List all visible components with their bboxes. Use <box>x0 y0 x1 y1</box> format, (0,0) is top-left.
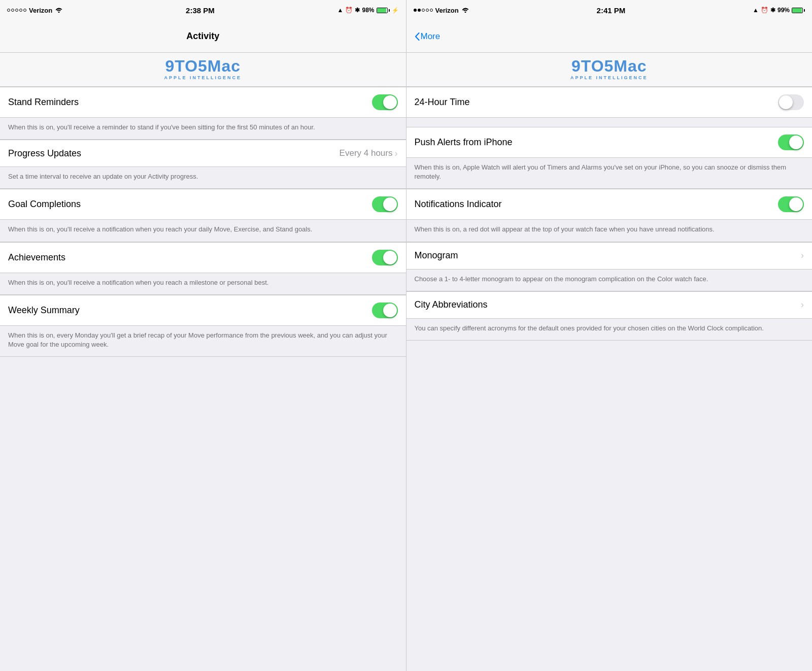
monogram-label: Monogram <box>415 250 458 261</box>
progress-chevron-icon: › <box>395 148 398 159</box>
city-abbreviations-row[interactable]: City Abbreviations › <box>407 291 813 319</box>
stand-reminders-toggle[interactable] <box>372 94 398 110</box>
24-hour-time-knob <box>779 95 793 109</box>
achievements-row[interactable]: Achievements <box>0 242 406 273</box>
weekly-summary-knob <box>383 304 397 317</box>
left-lightning-icon: ⚡ <box>392 7 399 14</box>
left-battery <box>377 8 390 13</box>
left-nav-title: Activity <box>186 31 219 42</box>
right-status-left: Verizon <box>414 7 469 14</box>
city-abbreviations-desc: You can specify different acronyms for t… <box>407 319 813 341</box>
left-alarm-icon: ⏰ <box>345 7 353 14</box>
push-alerts-toggle[interactable] <box>778 135 804 150</box>
signal-dot-5 <box>23 9 26 12</box>
right-status-right: ▲ ⏰ ✱ 99% <box>753 7 805 14</box>
achievements-knob <box>383 251 397 264</box>
signal-dot-1 <box>7 9 10 12</box>
city-abbreviations-label: City Abbreviations <box>415 299 488 310</box>
right-location-icon: ▲ <box>753 7 759 14</box>
progress-updates-row[interactable]: Progress Updates Every 4 hours › <box>0 140 406 167</box>
monogram-row[interactable]: Monogram › <box>407 242 813 270</box>
left-logo-sub: APPLE INTELLIGENCE <box>164 75 242 80</box>
notifications-indicator-knob <box>789 197 803 211</box>
24-hour-time-row[interactable]: 24-Hour Time <box>407 87 813 118</box>
stand-reminders-desc: When this is on, you'll receive a remind… <box>0 118 406 140</box>
weekly-summary-toggle[interactable] <box>372 303 398 318</box>
r-signal-dot-1 <box>414 9 417 12</box>
weekly-summary-desc: When this is on, every Monday you'll get… <box>0 326 406 357</box>
24-hour-time-label: 24-Hour Time <box>415 97 470 108</box>
achievements-desc: When this is on, you'll receive a notifi… <box>0 273 406 295</box>
left-status-bar: Verizon 2:38 PM ▲ ⏰ ✱ 98% ⚡ <box>0 0 406 20</box>
right-logo-area: 9TO5Mac APPLE INTELLIGENCE <box>407 53 813 87</box>
signal-dot-4 <box>19 9 22 12</box>
r-signal-dot-4 <box>426 9 429 12</box>
right-time: 2:41 PM <box>597 6 626 15</box>
monogram-chevron-icon: › <box>801 250 804 261</box>
right-signal <box>414 9 433 12</box>
push-alerts-knob <box>789 136 803 149</box>
right-logo-text: 9TO5Mac <box>571 58 647 74</box>
achievements-label: Achievements <box>8 252 65 263</box>
back-chevron-icon <box>415 32 420 41</box>
right-back-label: More <box>421 31 441 42</box>
left-time: 2:38 PM <box>186 6 215 15</box>
city-abbreviations-chevron-icon: › <box>801 299 804 310</box>
push-alerts-label: Push Alerts from iPhone <box>415 137 513 148</box>
left-status-left: Verizon <box>7 7 63 14</box>
stand-reminders-label: Stand Reminders <box>8 97 79 108</box>
goal-completions-knob <box>383 197 397 211</box>
right-phone-panel: Verizon 2:41 PM ▲ ⏰ ✱ 99% More 9TO5Mac <box>407 0 813 671</box>
right-nav-bar: More <box>407 20 813 53</box>
right-nav-back[interactable]: More <box>415 31 441 42</box>
stand-reminders-knob <box>383 95 397 109</box>
notifications-indicator-desc: When this is on, a red dot will appear a… <box>407 220 813 242</box>
r-signal-dot-2 <box>418 9 421 12</box>
goal-completions-desc: When this is on, you'll receive a notifi… <box>0 220 406 242</box>
weekly-summary-row[interactable]: Weekly Summary <box>0 295 406 326</box>
weekly-summary-label: Weekly Summary <box>8 305 80 316</box>
left-battery-pct: 98% <box>362 7 374 14</box>
r-signal-dot-3 <box>422 9 425 12</box>
goal-completions-row[interactable]: Goal Completions <box>0 189 406 220</box>
left-settings-list: Stand Reminders When this is on, you'll … <box>0 87 406 671</box>
right-carrier: Verizon <box>435 7 459 14</box>
progress-updates-label: Progress Updates <box>8 148 81 159</box>
notifications-indicator-row[interactable]: Notifications Indicator <box>407 189 813 220</box>
notifications-indicator-label: Notifications Indicator <box>415 199 502 210</box>
right-alarm-icon: ⏰ <box>761 7 768 14</box>
left-logo-area: 9TO5Mac APPLE INTELLIGENCE <box>0 53 406 87</box>
left-logo-text: 9TO5Mac <box>165 58 241 74</box>
left-status-right: ▲ ⏰ ✱ 98% ⚡ <box>337 7 399 14</box>
signal-dot-2 <box>11 9 14 12</box>
spacer-1 <box>407 118 813 127</box>
left-carrier: Verizon <box>29 7 52 14</box>
achievements-toggle[interactable] <box>372 250 398 265</box>
push-alerts-row[interactable]: Push Alerts from iPhone <box>407 127 813 158</box>
right-status-bar: Verizon 2:41 PM ▲ ⏰ ✱ 99% <box>407 0 813 20</box>
right-logo-sub: APPLE INTELLIGENCE <box>570 75 648 80</box>
signal-dot-3 <box>15 9 18 12</box>
notifications-indicator-toggle[interactable] <box>778 196 804 212</box>
progress-updates-value: Every 4 hours › <box>340 148 398 159</box>
left-phone-panel: Verizon 2:38 PM ▲ ⏰ ✱ 98% ⚡ Activity 9TO… <box>0 0 406 671</box>
left-location-icon: ▲ <box>337 7 344 14</box>
monogram-desc: Choose a 1- to 4-letter monogram to appe… <box>407 270 813 291</box>
left-signal <box>7 9 26 12</box>
push-alerts-desc: When this is on, Apple Watch will alert … <box>407 158 813 189</box>
goal-completions-toggle[interactable] <box>372 196 398 212</box>
right-bluetooth-icon: ✱ <box>770 7 775 14</box>
right-wifi-icon <box>461 7 469 14</box>
goal-completions-label: Goal Completions <box>8 199 81 210</box>
left-nav-bar: Activity <box>0 20 406 53</box>
right-battery <box>792 8 805 13</box>
right-battery-pct: 99% <box>777 7 790 14</box>
right-settings-list: 24-Hour Time Push Alerts from iPhone Whe… <box>407 87 813 671</box>
r-signal-dot-5 <box>430 9 433 12</box>
stand-reminders-row[interactable]: Stand Reminders <box>0 87 406 118</box>
24-hour-time-toggle[interactable] <box>778 94 804 110</box>
left-wifi-icon <box>55 7 63 14</box>
progress-updates-desc: Set a time interval to receive an update… <box>0 167 406 189</box>
left-bluetooth-icon: ✱ <box>355 7 360 14</box>
